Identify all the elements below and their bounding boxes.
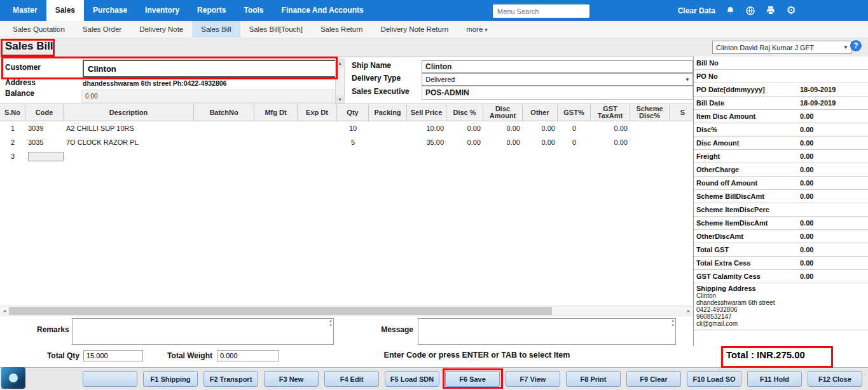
button-f2-transport[interactable]: F2 Transport	[203, 371, 258, 387]
ship-name-input[interactable]: Clinton	[422, 60, 693, 73]
table-cell[interactable]: 0	[558, 124, 591, 132]
table-cell[interactable]: 0.00	[523, 124, 558, 132]
items-grid-header: S.NoCodeDescriptionBatchNoMfg DtExp DtQt…	[0, 104, 693, 121]
button-f5-load-sdn[interactable]: F5 Load SDN	[385, 371, 439, 387]
menu-item-reports[interactable]: Reports	[188, 0, 235, 21]
button-f12-close[interactable]: F12 Close	[808, 371, 862, 387]
remarks-field-wrap: ▲▼	[72, 318, 334, 345]
total-qty-input[interactable]	[83, 350, 143, 361]
grid-horizontal-scrollbar[interactable]: ◄ ►	[0, 306, 693, 316]
summary-value-disc[interactable]: 0.00	[797, 126, 813, 133]
table-cell[interactable]: 0	[558, 138, 591, 146]
button-f10-load-so[interactable]: F10 Load SO	[687, 371, 741, 387]
table-cell[interactable]: 10	[337, 124, 369, 132]
new-item-code-input[interactable]	[28, 152, 64, 161]
customer-label: Customer	[5, 63, 41, 72]
menu-item-sales[interactable]: Sales	[46, 0, 84, 21]
delivery-type-label: Delivery Type	[352, 74, 401, 83]
summary-value-round-off-amount[interactable]: 0.00	[797, 179, 813, 187]
table-cell[interactable]: 0.00	[446, 138, 483, 146]
button-blank[interactable]	[83, 371, 137, 387]
subnav-item-sales-bill-touch[interactable]: Sales Bill[Touch]	[240, 21, 312, 37]
menu-search-input[interactable]	[493, 4, 589, 18]
customer-form-scrollbar[interactable]: ▲ ▼	[335, 58, 345, 104]
table-cell[interactable]: 3039	[25, 124, 64, 132]
summary-value-bill-date[interactable]: 18-09-2019	[797, 99, 836, 107]
subnav-item-delivery-note[interactable]: Delivery Note	[130, 21, 192, 37]
menu-item-inventory[interactable]: Inventory	[136, 0, 188, 21]
help-button[interactable]: ?	[850, 40, 862, 51]
table-cell[interactable]	[25, 152, 64, 161]
subnav-item-delivery-note-return[interactable]: Delivery Note Return	[371, 21, 457, 37]
customer-account-select[interactable]: Clinton David Raj Kumar J GFT ▼	[712, 41, 851, 54]
table-cell[interactable]: 3	[0, 152, 25, 160]
table-cell[interactable]: 7O CLOCK RAZOR PL	[64, 138, 194, 146]
column-header-code: Code	[25, 104, 64, 121]
table-cell[interactable]: 5	[337, 138, 369, 146]
printer-icon[interactable]	[765, 5, 776, 17]
button-f9-clear[interactable]: F9 Clear	[626, 371, 681, 387]
subnav-item-sales-quotation[interactable]: Sales Quotation	[4, 21, 74, 37]
summary-value-gst-calamity-cess[interactable]: 0.00	[797, 272, 813, 280]
menu-item-finance-and-accounts[interactable]: Finance And Accounts	[273, 0, 373, 21]
subnav-item-sales-order[interactable]: Sales Order	[74, 21, 130, 37]
customer-input[interactable]	[83, 60, 343, 77]
summary-value-total-gst[interactable]: 0.00	[797, 246, 813, 253]
summary-row: PO No	[694, 70, 868, 83]
table-cell[interactable]: A2 CHILLI SUP 10RS	[64, 124, 194, 132]
table-cell[interactable]: 10.00	[407, 124, 446, 132]
globe-icon[interactable]	[745, 5, 756, 17]
remarks-textarea[interactable]	[72, 318, 334, 345]
sales-executive-input[interactable]: POS-ADMIN	[422, 86, 693, 100]
subnav-item-sales-bill[interactable]: Sales Bill	[192, 21, 240, 37]
clear-data-button[interactable]: Clear Data	[678, 6, 715, 15]
table-cell[interactable]: 0.00	[591, 124, 630, 132]
scroll-left-icon[interactable]: ◄	[0, 306, 9, 316]
summary-label-total-extra-cess: Total Extra Cess	[694, 259, 797, 267]
button-f4-edit[interactable]: F4 Edit	[324, 371, 379, 387]
scrollbar-thumb[interactable]	[9, 307, 552, 315]
summary-value-freight[interactable]: 0.00	[797, 152, 813, 160]
notification-bell-icon[interactable]	[724, 5, 736, 17]
ship-name-label: Ship Name	[352, 61, 391, 70]
message-textarea[interactable]	[418, 318, 676, 345]
scroll-right-icon[interactable]: ►	[684, 306, 693, 316]
summary-value-disc-amount[interactable]: 0.00	[797, 139, 813, 147]
scroll-up-icon[interactable]: ▲	[336, 59, 344, 67]
table-row[interactable]: 13039A2 CHILLI SUP 10RS1010.000.000.000.…	[0, 121, 693, 135]
table-cell[interactable]: 0.00	[591, 138, 630, 146]
summary-value-po-date-ddmmyyyy[interactable]: 18-09-2019	[797, 86, 836, 93]
column-header-other: Other	[523, 104, 558, 121]
menu-item-master[interactable]: Master	[4, 0, 46, 21]
table-cell[interactable]: 2	[0, 138, 25, 146]
table-cell[interactable]: 0.00	[523, 138, 558, 146]
summary-value-scheme-billdiscamt[interactable]: 0.00	[797, 192, 813, 200]
subnav-item-sales-return[interactable]: Sales Return	[312, 21, 371, 37]
summary-value-otherdiscamt[interactable]: 0.00	[797, 232, 813, 240]
table-cell[interactable]: 0.00	[446, 124, 483, 132]
table-cell[interactable]: 0.00	[483, 138, 523, 146]
summary-value-othercharge[interactable]: 0.00	[797, 166, 813, 173]
button-f7-view[interactable]: F7 View	[506, 371, 560, 387]
menu-item-purchase[interactable]: Purchase	[84, 0, 136, 21]
button-f11-hold[interactable]: F11 Hold	[747, 371, 802, 387]
button-f1-shipping[interactable]: F1 Shipping	[143, 371, 198, 387]
subnav-item-more[interactable]: more▾	[457, 21, 497, 37]
button-f6-save[interactable]: F6 Save	[445, 371, 500, 387]
table-cell[interactable]: 1	[0, 124, 25, 132]
total-weight-input[interactable]	[217, 350, 279, 361]
button-f3-new[interactable]: F3 New	[264, 371, 319, 387]
summary-value-scheme-itemdiscamt[interactable]: 0.00	[797, 219, 813, 227]
table-cell[interactable]: 0.00	[483, 124, 523, 132]
button-f8-print[interactable]: F8 Print	[566, 371, 621, 387]
table-cell[interactable]: 35.00	[407, 138, 446, 146]
menu-item-tools[interactable]: Tools	[235, 0, 272, 21]
table-row[interactable]: 3	[0, 149, 693, 163]
table-row[interactable]: 230357O CLOCK RAZOR PL535.000.000.000.00…	[0, 135, 693, 149]
scroll-down-icon[interactable]: ▼	[336, 95, 344, 104]
summary-value-total-extra-cess[interactable]: 0.00	[797, 259, 813, 267]
table-cell[interactable]: 3035	[25, 138, 64, 146]
settings-gear-icon[interactable]: ⚙	[785, 5, 797, 17]
summary-value-item-disc-amount[interactable]: 0.00	[797, 112, 813, 120]
delivery-type-select[interactable]: Delivered ▼	[422, 73, 693, 86]
